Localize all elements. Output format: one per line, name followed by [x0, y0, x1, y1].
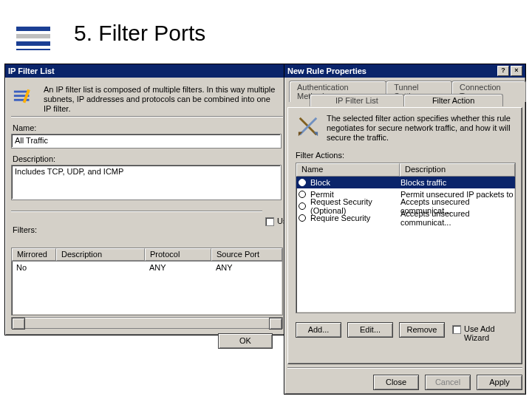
filter-action-name: Require Security [309, 214, 400, 222]
radio-icon[interactable] [299, 191, 306, 198]
cell-mirrored: No [12, 262, 56, 273]
col-name[interactable]: Name [296, 163, 400, 177]
column-headers[interactable]: Mirrored Description Protocol Source Por… [12, 248, 282, 262]
cell-description [56, 262, 145, 273]
filter-action-icon [297, 115, 319, 137]
ip-filter-list-dialog: IP Filter List An IP filter list is comp… [4, 64, 288, 335]
filters-listview[interactable]: Mirrored Description Protocol Source Por… [11, 248, 283, 316]
intro-text: An IP filter list is composed of multipl… [44, 85, 280, 114]
ok-button[interactable]: OK [218, 333, 273, 349]
filters-label: Filters: [13, 225, 37, 234]
col-mirrored[interactable]: Mirrored [12, 248, 56, 261]
add-button[interactable]: Add... [296, 322, 341, 338]
col-desc[interactable]: Description [400, 163, 515, 177]
description-input[interactable]: Includes TCP, UDP, and ICMP [11, 165, 282, 200]
filter-action-tab-page: The selected filter action specifies whe… [287, 107, 522, 364]
slide-stripe [16, 49, 50, 50]
description-label: Description: [13, 154, 55, 163]
col-source-port[interactable]: Source Port [211, 248, 282, 261]
close-button-dialog[interactable]: Close [373, 375, 419, 390]
use-add-wizard-label: Use Add Wizard [464, 324, 522, 342]
window-title: IP Filter List [8, 64, 55, 78]
separator [11, 116, 283, 117]
separator [11, 211, 262, 212]
titlebar[interactable]: New Rule Properties ? × [284, 64, 525, 78]
use-add-wizard-checkbox[interactable] [452, 325, 461, 334]
filter-action-description: Accepts unsecured communicat... [400, 209, 515, 227]
cell-protocol: ANY [145, 262, 211, 273]
list-item[interactable]: Require SecurityAccepts unsecured commun… [296, 212, 515, 224]
tab-filter-action[interactable]: Filter Action [403, 94, 503, 106]
slide-stripe [16, 27, 50, 31]
close-button[interactable]: × [511, 66, 522, 76]
edit-button[interactable]: Edit... [347, 322, 393, 338]
slide-stripe [16, 34, 50, 38]
filter-actions-listview[interactable]: Name Description BlockBlocks trafficPerm… [296, 163, 516, 313]
apply-button[interactable]: Apply [477, 375, 522, 390]
slide-stripe [16, 41, 50, 46]
cancel-button[interactable]: Cancel [425, 375, 471, 390]
help-button[interactable]: ? [497, 66, 509, 76]
intro-text: The selected filter action specifies whe… [327, 114, 515, 143]
radio-icon[interactable] [299, 202, 306, 210]
use-add-wizard-checkbox[interactable] [265, 217, 274, 226]
column-headers[interactable]: Name Description [296, 163, 515, 177]
name-input[interactable]: All Traffic [11, 134, 282, 149]
col-description[interactable]: Description [56, 248, 145, 261]
radio-icon[interactable] [299, 179, 306, 186]
radio-icon[interactable] [299, 214, 306, 222]
slide-title: 5. Filter Ports [74, 21, 205, 46]
svg-rect-2 [14, 99, 30, 101]
remove-button[interactable]: Remove [399, 322, 445, 338]
filter-action-name: Block [309, 178, 400, 187]
tab-ip-filter-list[interactable]: IP Filter List [310, 94, 404, 106]
filter-action-description: Blocks traffic [400, 178, 515, 187]
cell-source-port: ANY [211, 262, 282, 273]
horizontal-scrollbar[interactable] [11, 317, 283, 329]
list-item[interactable]: BlockBlocks traffic [296, 177, 515, 188]
separator [287, 367, 522, 369]
new-rule-properties-dialog: New Rule Properties ? × Authentication M… [284, 64, 526, 395]
table-row[interactable]: No ANY ANY [12, 262, 282, 273]
col-protocol[interactable]: Protocol [145, 248, 211, 261]
titlebar[interactable]: IP Filter List [5, 64, 287, 78]
filter-action-name: Request Security (Optional) [309, 197, 400, 215]
filter-actions-label: Filter Actions: [296, 151, 344, 160]
name-label: Name: [13, 123, 36, 132]
filter-list-icon [13, 86, 35, 109]
window-title: New Rule Properties [287, 64, 366, 78]
